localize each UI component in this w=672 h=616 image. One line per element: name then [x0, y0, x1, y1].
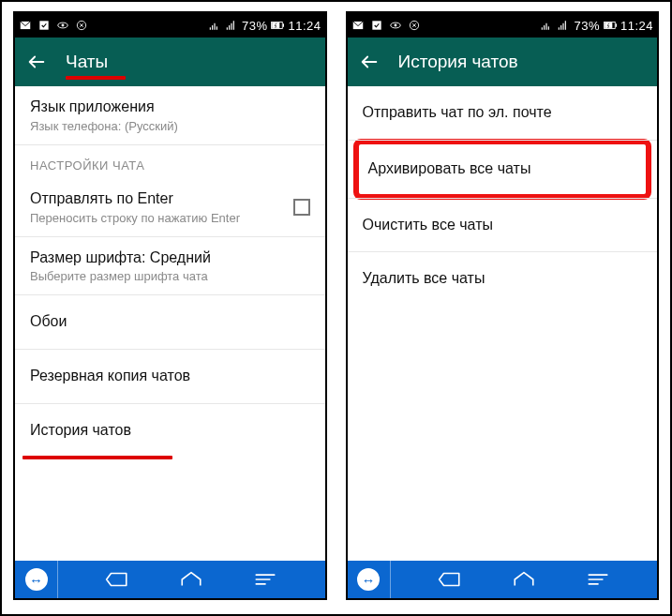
- svg-rect-15: [616, 23, 617, 27]
- notif-icon-2: [370, 19, 383, 32]
- nav-back-button[interactable]: [102, 564, 132, 594]
- signal-icon-1: [540, 19, 553, 32]
- row-title: Обои: [30, 312, 310, 332]
- sync-icon: [75, 19, 88, 32]
- section-label: НАСТРОЙКИ ЧАТА: [15, 145, 325, 178]
- row-title: История чатов: [30, 421, 310, 441]
- row-subtitle: Язык телефона: (Русский): [30, 119, 310, 133]
- svg-rect-1: [39, 21, 48, 29]
- row-title: Отправлять по Enter: [30, 189, 310, 209]
- notif-icon: [351, 19, 365, 32]
- teamviewer-button[interactable]: ↔: [348, 561, 391, 598]
- nav-recents-button[interactable]: [250, 564, 280, 594]
- checkbox[interactable]: [293, 199, 310, 216]
- notif-icon: [19, 19, 32, 32]
- signal-icon-2: [557, 19, 570, 32]
- row-title: Архивировать все чаты: [368, 159, 637, 179]
- svg-rect-7: [283, 23, 284, 27]
- signal-icon-2: [225, 19, 238, 32]
- nav-bar: ↔: [348, 561, 658, 598]
- annotation-underline: [66, 76, 126, 80]
- nav-back-button[interactable]: [435, 564, 465, 594]
- row-chat-history[interactable]: История чатов: [15, 404, 325, 458]
- phone-screen-history: 73% 11:24 История чатов Отправить чат по…: [346, 11, 660, 600]
- header-title: История чатов: [398, 52, 518, 72]
- nav-home-button[interactable]: [176, 564, 206, 594]
- row-title: Удалить все чаты: [363, 269, 643, 289]
- row-title: Отправить чат по эл. почте: [363, 103, 643, 123]
- svg-point-3: [62, 24, 65, 27]
- row-backup[interactable]: Резервная копия чатов: [15, 350, 325, 404]
- history-list: Отправить чат по эл. почте Архивировать …: [348, 86, 658, 561]
- nav-bar: ↔: [15, 561, 325, 598]
- back-arrow-icon[interactable]: [359, 52, 380, 72]
- row-title: Резервная копия чатов: [30, 367, 310, 386]
- status-bar: 73% 11:24: [15, 13, 325, 38]
- row-wallpaper[interactable]: Обои: [15, 295, 325, 350]
- nav-home-button[interactable]: [509, 564, 539, 594]
- row-email-chat[interactable]: Отправить чат по эл. почте: [348, 86, 658, 141]
- row-archive-all-highlighted[interactable]: Архивировать все чаты: [353, 139, 652, 200]
- annotation-underline: [22, 456, 172, 459]
- row-app-language[interactable]: Язык приложения Язык телефона: (Русский): [15, 86, 325, 145]
- row-subtitle: Выберите размер шрифта чата: [30, 269, 310, 283]
- battery-percent: 73%: [242, 19, 268, 33]
- teamviewer-button[interactable]: ↔: [15, 561, 58, 598]
- svg-rect-9: [372, 21, 381, 29]
- app-header: Чаты: [15, 38, 325, 86]
- battery-icon: [604, 19, 617, 32]
- app-header: История чатов: [348, 38, 658, 86]
- row-delete-all[interactable]: Удалить все чаты: [348, 252, 658, 306]
- signal-icon-1: [208, 19, 221, 32]
- battery-icon: [271, 19, 284, 32]
- clock: 11:24: [620, 19, 653, 33]
- row-subtitle: Переносить строку по нажатию Enter: [30, 211, 310, 225]
- row-send-on-enter[interactable]: Отправлять по Enter Переносить строку по…: [15, 178, 325, 237]
- row-clear-all[interactable]: Очистить все чаты: [348, 198, 658, 253]
- svg-point-11: [394, 24, 396, 27]
- row-title: Размер шрифта: Средний: [30, 248, 310, 268]
- eye-icon: [56, 19, 69, 32]
- notif-icon-2: [37, 19, 51, 32]
- row-title: Язык приложения: [30, 98, 310, 117]
- status-bar: 73% 11:24: [348, 13, 658, 38]
- row-title: Очистить все чаты: [363, 216, 643, 235]
- back-arrow-icon[interactable]: [26, 52, 47, 72]
- eye-icon: [389, 19, 402, 32]
- header-title: Чаты: [66, 52, 108, 72]
- phone-screen-chats: 73% 11:24 Чаты Язык приложения Язык теле…: [13, 11, 327, 600]
- sync-icon: [408, 19, 421, 32]
- clock: 11:24: [288, 19, 321, 33]
- settings-list: Язык приложения Язык телефона: (Русский)…: [15, 86, 325, 561]
- nav-recents-button[interactable]: [583, 564, 613, 594]
- battery-percent: 73%: [574, 19, 600, 33]
- row-font-size[interactable]: Размер шрифта: Средний Выберите размер ш…: [15, 237, 325, 296]
